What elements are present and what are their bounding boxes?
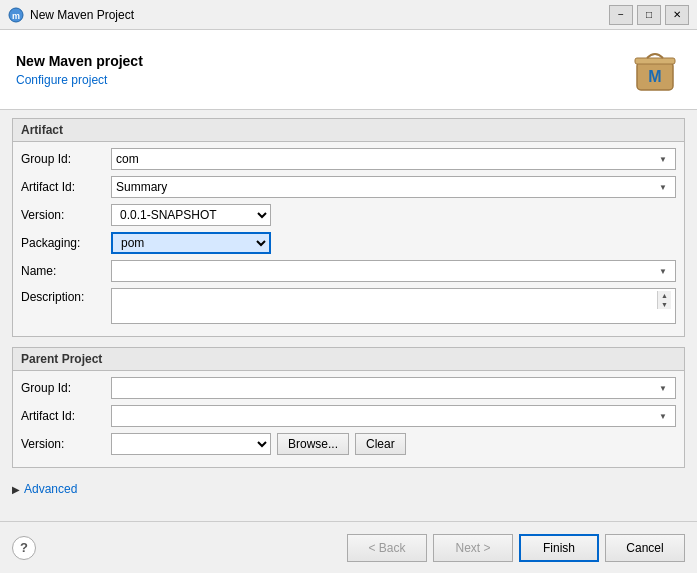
window-controls[interactable]: − □ ✕ [609, 5, 689, 25]
parent-version-select[interactable] [111, 433, 271, 455]
parent-group-id-label: Group Id: [21, 381, 111, 395]
header-text: New Maven project Configure project [16, 53, 143, 87]
version-select[interactable]: 0.0.1-SNAPSHOT [111, 204, 271, 226]
scroll-up-icon[interactable]: ▲ [661, 292, 668, 299]
artifact-section-body: Group Id: com ▼ Artifact Id: Summary [13, 142, 684, 336]
advanced-section[interactable]: ▶ Advanced [12, 478, 685, 500]
svg-text:M: M [648, 68, 661, 85]
dialog-title: New Maven project [16, 53, 143, 69]
name-label: Name: [21, 264, 111, 278]
packaging-select[interactable]: pom jar war ear [111, 232, 271, 254]
dialog-subtitle: Configure project [16, 73, 143, 87]
description-value [116, 291, 657, 295]
maximize-button[interactable]: □ [637, 5, 661, 25]
parent-version-control: Browse... Clear [111, 433, 676, 455]
name-arrow-icon[interactable]: ▼ [655, 263, 671, 279]
parent-group-id-combobox[interactable]: ▼ [111, 377, 676, 399]
dialog-body: Artifact Group Id: com ▼ Artifact Id: [0, 110, 697, 521]
packaging-row: Packaging: pom jar war ear [21, 232, 676, 254]
artifact-id-label: Artifact Id: [21, 180, 111, 194]
description-scrollbar[interactable]: ▲ ▼ [657, 291, 671, 309]
artifact-id-value: Summary [116, 180, 655, 194]
group-id-combobox[interactable]: com ▼ [111, 148, 676, 170]
cancel-button[interactable]: Cancel [605, 534, 685, 562]
artifact-section: Artifact Group Id: com ▼ Artifact Id: [12, 118, 685, 337]
group-id-arrow-icon[interactable]: ▼ [655, 151, 671, 167]
dialog-header: New Maven project Configure project M [0, 30, 697, 110]
advanced-expand-icon: ▶ [12, 484, 20, 495]
parent-section: Parent Project Group Id: ▼ Artifact Id: [12, 347, 685, 468]
parent-artifact-id-control: ▼ [111, 405, 676, 427]
artifact-id-control: Summary ▼ [111, 176, 676, 198]
version-control: 0.0.1-SNAPSHOT [111, 204, 676, 226]
dialog-footer: ? < Back Next > Finish Cancel [0, 521, 697, 573]
group-id-row: Group Id: com ▼ [21, 148, 676, 170]
group-id-value: com [116, 152, 655, 166]
packaging-control: pom jar war ear [111, 232, 676, 254]
name-row: Name: ▼ [21, 260, 676, 282]
parent-section-body: Group Id: ▼ Artifact Id: ▼ [13, 371, 684, 467]
parent-artifact-id-row: Artifact Id: ▼ [21, 405, 676, 427]
description-row: Description: ▲ ▼ [21, 288, 676, 324]
parent-version-row: Version: Browse... Clear [21, 433, 676, 455]
app-icon: m [8, 7, 24, 23]
parent-artifact-id-arrow-icon[interactable]: ▼ [655, 408, 671, 424]
browse-button[interactable]: Browse... [277, 433, 349, 455]
name-control: ▼ [111, 260, 676, 282]
maven-logo: M [629, 44, 681, 96]
help-button[interactable]: ? [12, 536, 36, 560]
finish-button[interactable]: Finish [519, 534, 599, 562]
version-row: Version: 0.0.1-SNAPSHOT [21, 204, 676, 226]
parent-group-id-control: ▼ [111, 377, 676, 399]
name-combobox[interactable]: ▼ [111, 260, 676, 282]
clear-button[interactable]: Clear [355, 433, 406, 455]
parent-section-title: Parent Project [13, 348, 684, 371]
parent-group-id-row: Group Id: ▼ [21, 377, 676, 399]
artifact-id-row: Artifact Id: Summary ▼ [21, 176, 676, 198]
scroll-down-icon[interactable]: ▼ [661, 301, 668, 308]
advanced-label: Advanced [24, 482, 77, 496]
svg-rect-3 [635, 58, 675, 64]
artifact-section-title: Artifact [13, 119, 684, 142]
packaging-label: Packaging: [21, 236, 111, 250]
description-box[interactable]: ▲ ▼ [111, 288, 676, 324]
back-button[interactable]: < Back [347, 534, 427, 562]
svg-text:m: m [12, 11, 20, 21]
parent-version-label: Version: [21, 437, 111, 451]
dialog: New Maven project Configure project M Ar… [0, 30, 697, 573]
footer-buttons: < Back Next > Finish Cancel [347, 534, 685, 562]
parent-artifact-id-label: Artifact Id: [21, 409, 111, 423]
group-id-label: Group Id: [21, 152, 111, 166]
parent-group-id-arrow-icon[interactable]: ▼ [655, 380, 671, 396]
next-button[interactable]: Next > [433, 534, 513, 562]
title-bar: m New Maven Project − □ ✕ [0, 0, 697, 30]
close-button[interactable]: ✕ [665, 5, 689, 25]
artifact-id-arrow-icon[interactable]: ▼ [655, 179, 671, 195]
description-control: ▲ ▼ [111, 288, 676, 324]
parent-artifact-id-combobox[interactable]: ▼ [111, 405, 676, 427]
version-label: Version: [21, 208, 111, 222]
description-label: Description: [21, 288, 111, 304]
minimize-button[interactable]: − [609, 5, 633, 25]
group-id-control: com ▼ [111, 148, 676, 170]
artifact-id-combobox[interactable]: Summary ▼ [111, 176, 676, 198]
window-title: New Maven Project [30, 8, 609, 22]
